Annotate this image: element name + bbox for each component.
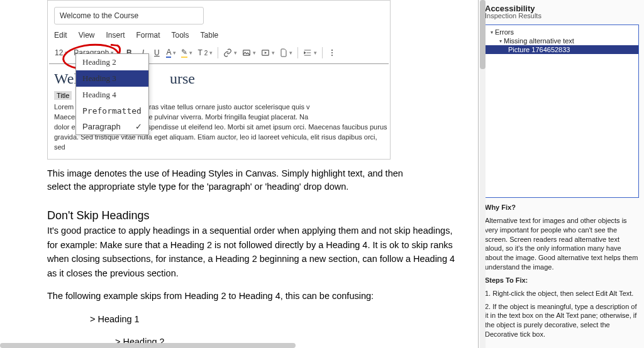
- tree-node-picture[interactable]: Picture 1764652833: [486, 45, 638, 54]
- section-body-2: The following example skips from Heading…: [47, 289, 459, 303]
- svg-point-2: [331, 50, 333, 51]
- section-heading: Don't Skip Headings: [47, 209, 459, 222]
- underline-button[interactable]: U: [152, 46, 161, 59]
- superscript-button[interactable]: T2▾: [197, 46, 213, 59]
- editor-content[interactable]: Welcome to the Course Title Lorem ip tet…: [49, 64, 389, 158]
- menu-format[interactable]: Format: [136, 31, 160, 40]
- image-button[interactable]: ▾: [242, 46, 256, 59]
- check-icon: ✓: [135, 122, 142, 131]
- media-button[interactable]: ▾: [261, 46, 275, 59]
- why-fix-body: Alternative text for images and other ob…: [485, 216, 639, 272]
- section-body-1: It's good practice to apply headings in …: [47, 224, 459, 280]
- canvas-editor-screenshot: Welcome to the Course Edit View Insert F…: [47, 0, 391, 160]
- dropdown-option-heading4[interactable]: Heading 4: [76, 87, 148, 103]
- tree-node-errors[interactable]: ▾Errors: [486, 28, 638, 36]
- media-icon: [261, 48, 270, 57]
- dropdown-option-heading3[interactable]: Heading 3: [76, 70, 148, 87]
- panel-subtitle: Inspection Results: [485, 12, 639, 19]
- highlight-button[interactable]: ✎▾: [181, 46, 192, 59]
- font-size-selector[interactable]: 12▾: [54, 46, 69, 60]
- svg-point-3: [331, 52, 333, 53]
- dropdown-option-preformatted[interactable]: Preformatted: [76, 103, 148, 119]
- chevron-down-icon: ▾: [65, 50, 68, 56]
- step-1: 1. Right-click the object, then select E…: [485, 289, 639, 298]
- why-fix-heading: Why Fix?: [485, 203, 639, 212]
- document-button[interactable]: ▾: [280, 46, 292, 59]
- separator: [322, 47, 323, 58]
- svg-point-4: [331, 55, 333, 56]
- document-icon: [280, 48, 287, 57]
- link-icon: [223, 48, 232, 57]
- indent-icon: [303, 48, 312, 57]
- editor-menubar: Edit View Insert Format Tools Table: [49, 31, 389, 45]
- accessibility-panel: Accessibility Inspection Results ▾Errors…: [478, 0, 644, 348]
- menu-tools[interactable]: Tools: [172, 31, 189, 40]
- dropdown-option-paragraph[interactable]: Paragraph ✓: [76, 119, 148, 134]
- more-vertical-icon: [328, 48, 336, 57]
- tree-node-missing-alt[interactable]: ▾Missing alternative text: [486, 36, 638, 45]
- vertical-scrollbar-thumb[interactable]: [480, 0, 486, 69]
- horizontal-scrollbar[interactable]: [0, 343, 296, 348]
- menu-view[interactable]: View: [79, 31, 95, 40]
- chevron-down-icon: ▾: [491, 30, 493, 35]
- chevron-down-icon: ▾: [499, 38, 502, 44]
- steps-heading: Steps To Fix:: [485, 276, 639, 285]
- step-2: 2. If the object is meaningful, type a d…: [485, 302, 639, 339]
- image-caption: This image denotes the use of Heading St…: [47, 167, 418, 195]
- separator: [297, 47, 298, 58]
- indent-button[interactable]: ▾: [303, 46, 317, 59]
- dropdown-option-heading2[interactable]: Heading 2: [76, 54, 148, 70]
- inspection-results-tree[interactable]: ▾Errors ▾Missing alternative text Pictur…: [485, 24, 639, 198]
- separator: [218, 47, 218, 58]
- image-icon: [242, 48, 251, 57]
- menu-insert[interactable]: Insert: [106, 31, 125, 40]
- menu-edit[interactable]: Edit: [54, 31, 67, 40]
- page-title-input[interactable]: Welcome to the Course: [54, 7, 204, 24]
- vertical-scrollbar-track[interactable]: [480, 0, 486, 348]
- paragraph-style-dropdown[interactable]: Heading 2 Heading 3 Heading 4 Preformatt…: [75, 53, 149, 135]
- more-button[interactable]: [328, 46, 336, 59]
- link-button[interactable]: ▾: [223, 46, 237, 59]
- menu-table[interactable]: Table: [201, 31, 219, 40]
- text-color-button[interactable]: A▾: [166, 46, 176, 59]
- title-chip: Title: [54, 91, 72, 100]
- example-heading-1: > Heading 1: [90, 312, 459, 326]
